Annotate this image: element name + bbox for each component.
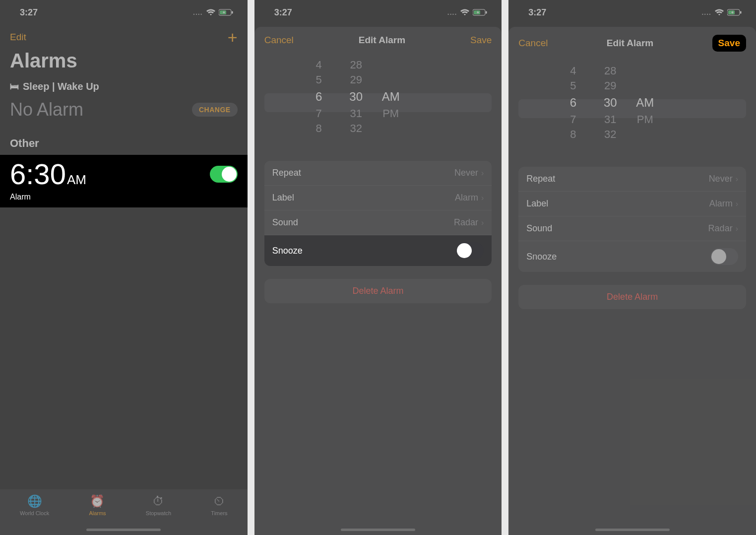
battery-icon: [219, 9, 234, 16]
chevron-right-icon: ›: [481, 169, 484, 178]
label-value: Alarm: [455, 193, 478, 203]
label-label: Label: [526, 199, 548, 209]
wifi-icon: [714, 9, 724, 16]
sheet-title: Edit Alarm: [359, 35, 405, 46]
sleep-section-header: 🛏 Sleep | Wake Up: [0, 81, 248, 96]
snooze-row[interactable]: Snooze: [264, 235, 492, 266]
globe-icon: 🌐: [27, 494, 42, 508]
snooze-label: Snooze: [272, 246, 303, 256]
chevron-right-icon: ›: [736, 200, 738, 208]
repeat-row[interactable]: Repeat Never›: [518, 167, 746, 192]
snooze-label: Snooze: [526, 252, 557, 262]
hour-column[interactable]: 4 5 6 7 8: [563, 64, 583, 153]
repeat-label: Repeat: [272, 168, 301, 178]
svg-rect-5: [486, 11, 487, 14]
sound-label: Sound: [272, 217, 298, 228]
snooze-row[interactable]: Snooze: [518, 241, 746, 272]
phone-alarms-list: 3:27 .... Edit + Alarms 🛏 Sleep | Wake U…: [0, 0, 248, 535]
time-picker[interactable]: 4 5 6 7 8 28 29 30 31 32 . . AM PM .: [264, 58, 492, 147]
sheet-title: Edit Alarm: [607, 38, 653, 49]
svg-rect-8: [740, 11, 742, 14]
repeat-label: Repeat: [526, 174, 555, 184]
minute-column[interactable]: 28 29 30 31 32: [344, 58, 369, 147]
alarm-clock-icon: ⏰: [90, 494, 105, 508]
repeat-row[interactable]: Repeat Never›: [264, 161, 492, 186]
alarm-settings-group: Repeat Never› Label Alarm› Sound Radar› …: [264, 161, 492, 266]
tab-stopwatch[interactable]: ⏱ Stopwatch: [146, 494, 171, 516]
cell-dots-icon: ....: [193, 8, 203, 16]
chevron-right-icon: ›: [481, 218, 484, 227]
svg-rect-1: [220, 10, 226, 14]
status-bar: 3:27 ....: [254, 0, 502, 25]
svg-rect-4: [474, 10, 480, 14]
phone-edit-alarm-save: 3:27 .... Cancel Edit Alarm Save 4 5 6 7…: [508, 0, 756, 535]
change-button[interactable]: CHANGE: [192, 103, 238, 117]
repeat-value: Never: [709, 174, 733, 184]
label-row[interactable]: Label Alarm›: [264, 186, 492, 210]
cancel-button[interactable]: Cancel: [264, 35, 294, 46]
svg-rect-2: [232, 11, 233, 14]
hour-column[interactable]: 4 5 6 7 8: [309, 58, 329, 147]
alarm-time: 6:30: [10, 160, 66, 189]
home-indicator[interactable]: [86, 529, 161, 531]
label-value: Alarm: [709, 199, 733, 209]
save-button[interactable]: Save: [718, 38, 740, 49]
label-row[interactable]: Label Alarm›: [518, 192, 746, 216]
no-alarm-text: No Alarm: [10, 99, 83, 120]
minute-column[interactable]: 28 29 30 31 32: [598, 64, 623, 153]
add-alarm-button[interactable]: +: [228, 29, 238, 46]
home-indicator[interactable]: [595, 529, 670, 531]
wifi-icon: [206, 9, 216, 16]
stopwatch-icon: ⏱: [152, 494, 164, 508]
time-picker[interactable]: 4 5 6 7 8 28 29 30 31 32 . . AM PM .: [518, 64, 746, 153]
status-time: 3:27: [20, 7, 38, 18]
tab-alarms[interactable]: ⏰ Alarms: [89, 494, 106, 516]
sound-row[interactable]: Sound Radar›: [264, 210, 492, 235]
edit-alarm-sheet: Cancel Edit Alarm Save 4 5 6 7 8 28 29 3…: [254, 27, 502, 535]
save-button[interactable]: Save: [470, 35, 492, 46]
sound-value: Radar: [454, 217, 478, 228]
tab-label: Stopwatch: [146, 510, 171, 516]
phone-edit-alarm-snooze: 3:27 .... Cancel Edit Alarm Save 4 5 6 7…: [254, 0, 502, 535]
battery-icon: [727, 9, 742, 16]
edit-alarm-sheet: Cancel Edit Alarm Save 4 5 6 7 8 28 29 3…: [508, 27, 756, 535]
tab-label: Alarms: [89, 510, 106, 516]
delete-alarm-button[interactable]: Delete Alarm: [518, 285, 746, 309]
home-indicator[interactable]: [341, 529, 415, 531]
sound-row[interactable]: Sound Radar›: [518, 216, 746, 241]
snooze-toggle[interactable]: [710, 248, 738, 265]
chevron-right-icon: ›: [736, 224, 738, 233]
snooze-toggle[interactable]: [456, 242, 484, 259]
alarm-row[interactable]: 6:30 AM: [0, 155, 248, 196]
tab-timers[interactable]: ⏲ Timers: [211, 494, 227, 516]
status-time: 3:27: [528, 7, 546, 18]
ampm-column[interactable]: . . AM PM .: [632, 64, 657, 153]
sound-label: Sound: [526, 223, 552, 234]
timer-icon: ⏲: [213, 494, 225, 508]
page-title: Alarms: [0, 48, 248, 81]
status-bar: 3:27 ....: [508, 0, 756, 25]
ampm-column[interactable]: . . AM PM .: [378, 58, 403, 147]
repeat-value: Never: [454, 168, 478, 178]
save-button-highlight: Save: [712, 35, 746, 52]
svg-rect-7: [728, 10, 735, 14]
alarm-label: Alarm: [0, 193, 248, 207]
tab-label: World Clock: [20, 510, 49, 516]
alarm-toggle[interactable]: [210, 166, 238, 183]
status-bar: 3:27 ....: [0, 0, 248, 25]
sound-value: Radar: [708, 223, 733, 234]
wifi-icon: [460, 9, 470, 16]
cell-dots-icon: ....: [447, 8, 457, 16]
tab-label: Timers: [211, 510, 227, 516]
delete-alarm-button[interactable]: Delete Alarm: [264, 279, 492, 303]
cell-dots-icon: ....: [701, 8, 711, 16]
chevron-right-icon: ›: [481, 194, 484, 202]
battery-icon: [473, 9, 488, 16]
tab-world-clock[interactable]: 🌐 World Clock: [20, 494, 49, 516]
chevron-right-icon: ›: [736, 175, 738, 184]
cancel-button[interactable]: Cancel: [518, 38, 548, 49]
edit-button[interactable]: Edit: [10, 32, 26, 43]
other-section-header: Other: [0, 132, 248, 155]
status-time: 3:27: [274, 7, 292, 18]
bed-icon: 🛏: [10, 81, 19, 92]
